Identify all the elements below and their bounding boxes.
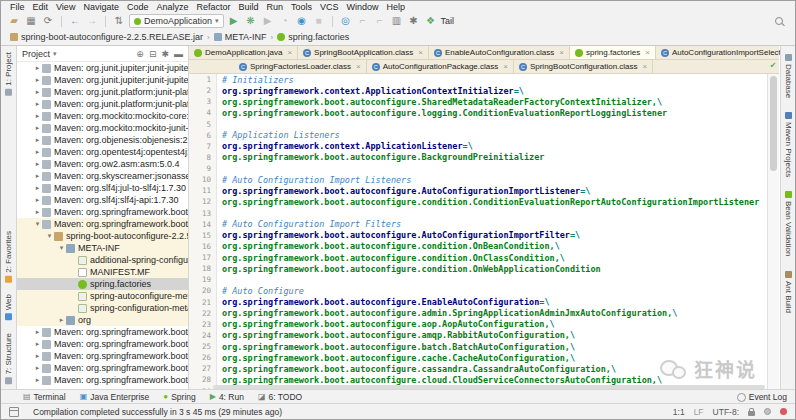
step-into-icon[interactable]: ⌐ (356, 15, 370, 28)
plugin-icon[interactable]: ❖ (424, 15, 438, 28)
chevron-right-icon[interactable]: ▸ (33, 364, 42, 372)
close-icon[interactable]: × (356, 62, 361, 71)
tool-stripe-button--favorites[interactable]: 2: Favorites (4, 231, 13, 283)
java-enterprise-button[interactable]: ▣Java Enterprise (80, 392, 150, 402)
inspections-ok-icon[interactable]: ✔ (767, 61, 779, 70)
tree-item[interactable]: ▾Maven: org.springframework.boot:spring (17, 218, 188, 230)
chevron-right-icon[interactable]: ▸ (33, 160, 42, 168)
line-separator[interactable]: LF (694, 407, 704, 417)
tool-stripe-button--project[interactable]: 1: Project (4, 52, 13, 96)
tool-stripe-button-ant-build[interactable]: Ant Build (784, 271, 793, 313)
menu-vcs[interactable]: VCS (316, 2, 343, 12)
stop-icon[interactable]: ■ (312, 15, 326, 28)
collapse-all-icon[interactable]: ⊟ (149, 49, 157, 59)
menu-help[interactable]: Help (383, 2, 410, 12)
menu-edit[interactable]: Edit (29, 2, 53, 12)
run-toolwindow-button[interactable]: ▶4: Run (210, 392, 244, 402)
code-editor[interactable]: 1# Initializers2org.springframework.cont… (189, 74, 768, 390)
tree-item[interactable]: spring-autoconfigure-metadata (17, 290, 188, 302)
tree-item[interactable]: ▸Maven: org.slf4j:jul-to-slf4j:1.7.30 (17, 182, 188, 194)
menu-refactor[interactable]: Refactor (192, 2, 234, 12)
code-line[interactable]: 15org.springframework.boot.autoconfigure… (189, 230, 768, 241)
chevron-right-icon[interactable]: ▸ (33, 124, 42, 132)
tree-item[interactable]: ▾META-INF (17, 242, 188, 254)
close-icon[interactable]: × (645, 48, 650, 57)
chevron-right-icon[interactable]: ▸ (33, 88, 42, 96)
todo-button[interactable]: ◪6: TODO (258, 392, 302, 402)
editor-tab[interactable]: CAutoConfigurationPackage.class× (367, 60, 514, 73)
code-line[interactable]: 2org.springframework.context.Application… (189, 85, 768, 96)
run-config-select[interactable]: DemoApplication▾ (129, 14, 224, 28)
locate-file-icon[interactable]: ⊕ (136, 49, 144, 59)
chevron-right-icon[interactable]: ▸ (57, 316, 66, 324)
code-line[interactable]: 16org.springframework.boot.autoconfigure… (189, 241, 768, 252)
tool-stripe-button-maven-projects[interactable]: Maven Projects (784, 112, 793, 177)
tree-item[interactable]: ▸Maven: org.objenesis:objenesis:2.6 (17, 134, 188, 146)
editor-tab[interactable]: DemoApplication.java× (189, 46, 298, 59)
menu-build[interactable]: Build (234, 2, 262, 12)
code-line[interactable]: 7org.springframework.context.Application… (189, 141, 768, 152)
attach-icon[interactable]: ◉ (295, 15, 309, 28)
code-line[interactable]: 4org.springframework.boot.autoconfigure.… (189, 107, 768, 118)
debug-icon[interactable]: ❋ (244, 15, 258, 28)
editor-tab[interactable]: CEnableAutoConfiguration.class× (429, 46, 570, 59)
code-line[interactable]: 9 (189, 163, 768, 174)
tree-item[interactable]: ▸Maven: org.mockito:mockito-core:3.1.0 (17, 110, 188, 122)
code-line[interactable]: 18org.springframework.boot.autoconfigure… (189, 263, 768, 274)
close-icon[interactable]: × (643, 62, 648, 71)
search-everywhere-icon[interactable]: ◎ (339, 15, 353, 28)
code-line[interactable]: 25org.springframework.boot.autoconfigure… (189, 341, 768, 352)
editor-tab[interactable]: CAutoConfigurationImportSelector.class× (656, 46, 796, 59)
tool-stripe-button--structure[interactable]: 7: Structure (4, 333, 13, 384)
chevron-right-icon[interactable]: ▸ (33, 376, 42, 384)
editor-tab[interactable]: CSpringBootConfiguration.class× (514, 60, 653, 73)
chevron-down-icon[interactable]: ▾ (53, 50, 57, 58)
terminal-button[interactable]: ▤Terminal (23, 392, 66, 402)
search-icon[interactable] (775, 17, 783, 25)
tree-item[interactable]: ▸Maven: org.junit.platform:junit-platfor… (17, 86, 188, 98)
file-encoding[interactable]: UTF-8: (713, 407, 739, 417)
chevron-down-icon[interactable]: ▾ (45, 232, 54, 240)
code-line[interactable]: 5 (189, 119, 768, 130)
breadcrumb-item[interactable]: spring.factories (274, 32, 352, 42)
code-line[interactable]: 12org.springframework.boot.autoconfigure… (189, 196, 768, 207)
chevron-right-icon[interactable]: ▸ (33, 76, 42, 84)
annotate-icon[interactable]: ⇅ (112, 15, 126, 28)
chevron-right-icon[interactable]: ▸ (33, 64, 42, 72)
chevron-right-icon[interactable]: ▸ (33, 112, 42, 120)
tool-stripe-button-database[interactable]: Database (784, 54, 793, 98)
code-line[interactable]: 10# Auto Configuration Import Listeners (189, 174, 768, 185)
tree-item[interactable]: spring.factories (17, 278, 188, 290)
code-line[interactable]: 13 (189, 208, 768, 219)
tree-item[interactable]: ▸Maven: org.springframework.boot:spring (17, 362, 188, 374)
highlighting-level-icon[interactable] (764, 408, 771, 415)
chevron-right-icon[interactable]: ▸ (33, 196, 42, 204)
chevron-right-icon[interactable]: ▸ (33, 328, 42, 336)
sync-icon[interactable]: ⟳ (41, 15, 55, 28)
forward-icon[interactable]: → (85, 15, 99, 28)
tool-stripe-button-bean-validation[interactable]: Bean Validation (784, 191, 793, 256)
code-line[interactable]: 3org.springframework.boot.autoconfigure.… (189, 96, 768, 107)
menu-tools[interactable]: Tools (287, 2, 316, 12)
close-icon[interactable]: × (559, 48, 564, 57)
settings-icon[interactable]: ✱ (407, 15, 421, 28)
editor-tab[interactable]: spring.factories× (570, 46, 656, 59)
chevron-down-icon[interactable]: ▾ (33, 220, 42, 228)
chevron-right-icon[interactable]: ▸ (33, 208, 42, 216)
code-line[interactable]: 11org.springframework.boot.autoconfigure… (189, 185, 768, 196)
code-line[interactable]: 21org.springframework.boot.autoconfigure… (189, 297, 768, 308)
tree-item[interactable]: ▸Maven: org.slf4j:slf4j-api:1.7.30 (17, 194, 188, 206)
project-panel-title[interactable]: Project (22, 49, 50, 59)
spring-button[interactable]: ●Spring (163, 392, 195, 402)
menu-file[interactable]: File (6, 2, 29, 12)
hide-panel-icon[interactable]: ▬ (174, 49, 183, 59)
run-coverage-icon[interactable]: ▶ (261, 15, 275, 28)
code-line[interactable]: 6# Application Listeners (189, 130, 768, 141)
menu-window[interactable]: Window (343, 2, 383, 12)
code-line[interactable]: 17org.springframework.boot.autoconfigure… (189, 252, 768, 263)
menu-code[interactable]: Code (123, 2, 153, 12)
chevron-right-icon[interactable]: ▸ (33, 136, 42, 144)
notification-icon[interactable] (780, 408, 787, 415)
tree-item[interactable]: ▸Maven: org.ow2.asm:asm:5.0.4 (17, 158, 188, 170)
chevron-right-icon[interactable]: ▸ (33, 148, 42, 156)
